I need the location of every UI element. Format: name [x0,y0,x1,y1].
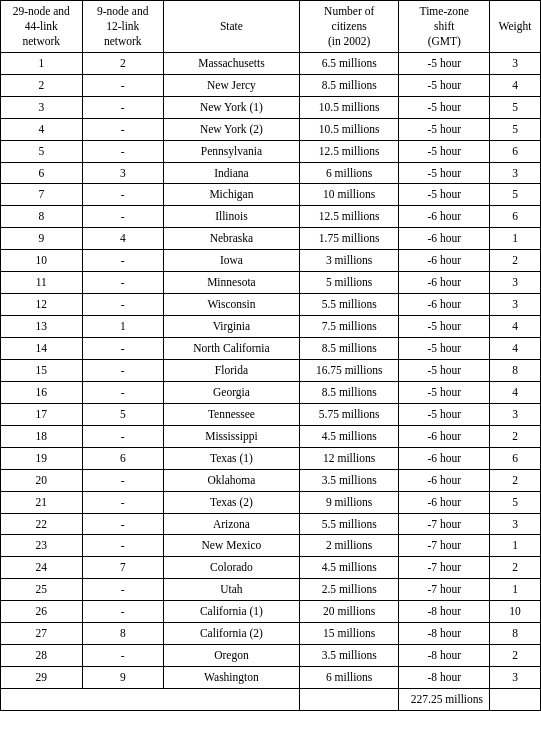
footer-row: 227.25 millions [1,689,541,711]
cell-tz: -8 hour [399,667,490,689]
cell-weight: 3 [490,162,541,184]
cell-net9: 5 [82,403,164,425]
cell-net9: - [82,491,164,513]
cell-weight: 8 [490,623,541,645]
cell-tz: -5 hour [399,140,490,162]
table-row: 3-New York (1)10.5 millions-5 hour5 [1,96,541,118]
cell-weight: 5 [490,184,541,206]
cell-citizens: 5.75 millions [299,403,399,425]
cell-net9: 8 [82,623,164,645]
cell-weight: 5 [490,118,541,140]
cell-net9: - [82,96,164,118]
cell-weight: 3 [490,272,541,294]
cell-state: Oklahoma [164,469,300,491]
cell-citizens: 6 millions [299,162,399,184]
cell-state: Pennsylvania [164,140,300,162]
cell-tz: -5 hour [399,52,490,74]
table-row: 16-Georgia8.5 millions-5 hour4 [1,381,541,403]
cell-tz: -8 hour [399,623,490,645]
header-tz: Time-zoneshift(GMT) [399,1,490,53]
cell-tz: -5 hour [399,403,490,425]
data-table: 29-node and44-linknetwork 9-node and12-l… [0,0,541,711]
cell-tz: -6 hour [399,294,490,316]
cell-state: New Mexico [164,535,300,557]
cell-citizens: 5.5 millions [299,513,399,535]
table-row: 23-New Mexico2 millions-7 hour1 [1,535,541,557]
cell-tz: -8 hour [399,645,490,667]
cell-tz: -5 hour [399,338,490,360]
cell-net9: - [82,140,164,162]
cell-weight: 3 [490,513,541,535]
cell-weight: 1 [490,228,541,250]
cell-state: Washington [164,667,300,689]
cell-citizens: 8.5 millions [299,381,399,403]
cell-net29: 23 [1,535,83,557]
cell-weight: 4 [490,74,541,96]
cell-net9: - [82,118,164,140]
table-row: 11-Minnesota5 millions-6 hour3 [1,272,541,294]
cell-citizens: 20 millions [299,601,399,623]
cell-weight: 3 [490,52,541,74]
table-row: 299Washington6 millions-8 hour3 [1,667,541,689]
cell-weight: 6 [490,140,541,162]
cell-net9: - [82,601,164,623]
cell-tz: -5 hour [399,359,490,381]
cell-state: Virginia [164,316,300,338]
cell-net29: 19 [1,447,83,469]
table-row: 12-Wisconsin5.5 millions-6 hour3 [1,294,541,316]
cell-state: Utah [164,579,300,601]
cell-citizens: 4.5 millions [299,557,399,579]
cell-tz: -6 hour [399,272,490,294]
cell-weight: 2 [490,469,541,491]
cell-citizens: 1.75 millions [299,228,399,250]
cell-citizens: 9 millions [299,491,399,513]
cell-net29: 25 [1,579,83,601]
cell-weight: 2 [490,425,541,447]
cell-net29: 6 [1,162,83,184]
footer-weight-value [490,689,541,711]
cell-state: Texas (1) [164,447,300,469]
cell-state: California (1) [164,601,300,623]
cell-citizens: 3.5 millions [299,645,399,667]
cell-net9: - [82,535,164,557]
cell-net9: - [82,74,164,96]
table-row: 10-Iowa3 millions-6 hour2 [1,250,541,272]
cell-citizens: 8.5 millions [299,74,399,96]
cell-citizens: 16.75 millions [299,359,399,381]
footer-total-citizens [1,689,300,711]
cell-tz: -6 hour [399,228,490,250]
cell-net9: 1 [82,316,164,338]
cell-weight: 2 [490,250,541,272]
table-row: 2-New Jercy8.5 millions-5 hour4 [1,74,541,96]
table-row: 7-Michigan10 millions-5 hour5 [1,184,541,206]
cell-net9: - [82,250,164,272]
table-row: 175Tennessee5.75 millions-5 hour3 [1,403,541,425]
cell-weight: 5 [490,491,541,513]
cell-net29: 9 [1,228,83,250]
header-weight: Weight [490,1,541,53]
cell-net29: 20 [1,469,83,491]
cell-citizens: 7.5 millions [299,316,399,338]
footer-citizens-value [299,689,399,711]
cell-tz: -5 hour [399,316,490,338]
cell-net29: 17 [1,403,83,425]
cell-weight: 4 [490,338,541,360]
cell-net9: 9 [82,667,164,689]
cell-net29: 10 [1,250,83,272]
cell-state: Massachusetts [164,52,300,74]
cell-weight: 6 [490,206,541,228]
cell-citizens: 10.5 millions [299,118,399,140]
cell-state: Nebraska [164,228,300,250]
table-row: 196Texas (1)12 millions-6 hour6 [1,447,541,469]
cell-state: Georgia [164,381,300,403]
table-row: 12Massachusetts6.5 millions-5 hour3 [1,52,541,74]
cell-net9: - [82,425,164,447]
table-row: 21-Texas (2)9 millions-6 hour5 [1,491,541,513]
table-row: 20-Oklahoma3.5 millions-6 hour2 [1,469,541,491]
cell-net29: 28 [1,645,83,667]
cell-net9: 6 [82,447,164,469]
cell-net9: - [82,338,164,360]
cell-citizens: 10.5 millions [299,96,399,118]
cell-state: Arizona [164,513,300,535]
cell-tz: -5 hour [399,74,490,96]
